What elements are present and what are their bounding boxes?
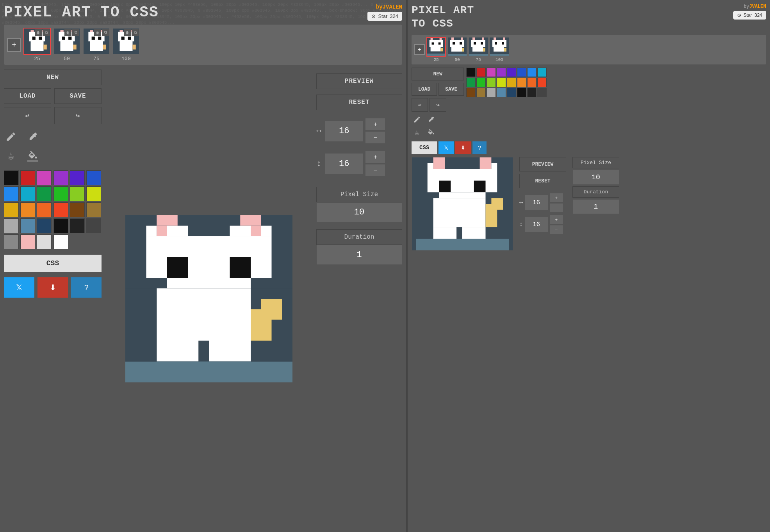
right-css-tab[interactable]: CSS — [412, 141, 437, 154]
right-reset-button[interactable]: RESET — [519, 174, 566, 188]
right-color-black[interactable] — [466, 68, 476, 77]
color-gray[interactable] — [4, 218, 19, 233]
right-twitter-button[interactable]: 𝕏 — [438, 141, 454, 154]
right-color-gray[interactable] — [487, 88, 496, 97]
right-pencil-tool[interactable] — [412, 114, 422, 125]
frame-2[interactable]: 🗑 ⧉ 50 — [53, 28, 80, 62]
right-save-button[interactable]: SAVE — [438, 83, 464, 96]
right-eraser-tool[interactable]: ☕ — [412, 127, 422, 138]
color-navy[interactable] — [37, 218, 52, 233]
frame-4-delete-button[interactable]: 🗑 — [124, 29, 131, 36]
right-frame-1[interactable]: 25 — [426, 37, 446, 62]
frame-3-delete-button[interactable]: 🗑 — [94, 29, 101, 36]
frame-2-delete-button[interactable]: 🗑 — [64, 29, 71, 36]
download-button[interactable]: ⬇ — [37, 277, 68, 298]
color-dark-orange[interactable] — [37, 202, 52, 217]
right-color-dark-blue[interactable] — [517, 68, 526, 77]
right-color-orange-red[interactable] — [537, 78, 547, 87]
frame-3[interactable]: 🗑 ⧉ 75 — [83, 28, 110, 62]
right-color-tan[interactable] — [476, 88, 486, 97]
color-indigo[interactable] — [70, 170, 85, 185]
right-color-dark-orange[interactable] — [527, 78, 537, 87]
frame-copy-button[interactable]: ⧉ — [43, 29, 50, 36]
height-decrease-button[interactable]: − — [365, 164, 385, 177]
right-color-lime[interactable] — [487, 78, 496, 87]
right-add-frame-button[interactable]: + — [414, 44, 425, 55]
frame-delete-button[interactable]: 🗑 — [35, 29, 42, 36]
frame-4[interactable]: 🗑 ⧉ 100 — [112, 28, 140, 62]
color-pink[interactable] — [37, 170, 52, 185]
color-lime[interactable] — [70, 186, 85, 201]
right-color-green[interactable] — [476, 78, 486, 87]
right-color-yellow-green[interactable] — [497, 78, 506, 87]
right-color-black2[interactable] — [517, 88, 526, 97]
right-color-gold[interactable] — [507, 78, 516, 87]
right-width-decrease-button[interactable]: − — [549, 203, 563, 212]
frame-3-copy-button[interactable]: ⧉ — [102, 29, 109, 36]
color-mid-gray[interactable] — [4, 234, 19, 249]
color-red[interactable] — [20, 170, 35, 185]
eraser-tool[interactable]: ☕ — [4, 149, 18, 163]
right-color-brown[interactable] — [466, 88, 476, 97]
color-light-gray[interactable] — [37, 234, 52, 249]
help-button[interactable]: ? — [71, 277, 102, 298]
redo-button[interactable]: ↪ — [54, 107, 102, 124]
right-load-button[interactable]: LOAD — [412, 83, 437, 96]
right-color-red[interactable] — [476, 68, 486, 77]
right-color-steel-blue[interactable] — [497, 88, 506, 97]
right-frame-3[interactable]: 75 — [469, 37, 488, 62]
color-dark-gray[interactable] — [86, 218, 101, 233]
color-yellow-green[interactable] — [86, 186, 101, 201]
new-button[interactable]: NEW — [4, 70, 102, 85]
right-color-dark-green[interactable] — [466, 78, 476, 87]
css-button[interactable]: CSS — [4, 255, 102, 272]
pixel-canvas[interactable] — [125, 215, 293, 383]
right-help-button[interactable]: ? — [472, 141, 487, 154]
color-light-pink[interactable] — [20, 234, 35, 249]
color-black2[interactable] — [53, 218, 68, 233]
right-height-decrease-button[interactable]: − — [549, 225, 563, 234]
color-brown[interactable] — [70, 202, 85, 217]
right-redo-button[interactable]: ↪ — [430, 98, 446, 112]
star-button[interactable]: ⊙ Star 324 — [367, 12, 402, 21]
right-star-button[interactable]: ⊙ Star 324 — [733, 11, 766, 20]
preview-button[interactable]: PREVIEW — [316, 73, 402, 89]
color-purple[interactable] — [53, 170, 68, 185]
color-blue[interactable] — [4, 186, 19, 201]
frame-1[interactable]: 🗑 ⧉ — [23, 28, 51, 62]
right-eyedropper-tool[interactable] — [426, 114, 437, 125]
right-height-increase-button[interactable]: + — [549, 215, 563, 224]
right-color-purple[interactable] — [497, 68, 506, 77]
height-increase-button[interactable]: + — [365, 151, 385, 163]
right-new-button[interactable]: NEW — [412, 68, 464, 80]
pencil-tool[interactable] — [4, 130, 18, 144]
right-width-increase-button[interactable]: + — [549, 193, 563, 202]
add-frame-button[interactable]: + — [7, 38, 21, 52]
color-steel-blue[interactable] — [20, 218, 35, 233]
color-orange-red[interactable] — [53, 202, 68, 217]
color-dark-blue[interactable] — [86, 170, 101, 185]
reset-button[interactable]: RESET — [316, 95, 402, 110]
right-fill-tool[interactable] — [426, 127, 437, 138]
right-color-cyan[interactable] — [537, 68, 547, 77]
right-color-orange[interactable] — [517, 78, 526, 87]
frame-4-copy-button[interactable]: ⧉ — [132, 29, 139, 36]
color-white[interactable] — [53, 234, 68, 249]
color-dark-green[interactable] — [37, 186, 52, 201]
right-frame-2[interactable]: 50 — [447, 37, 467, 62]
frame-2-copy-button[interactable]: ⧉ — [72, 29, 79, 36]
width-decrease-button[interactable]: − — [365, 131, 385, 144]
color-orange[interactable] — [20, 202, 35, 217]
twitter-button[interactable]: 𝕏 — [4, 277, 34, 298]
color-dark[interactable] — [70, 218, 85, 233]
right-preview-button[interactable]: PREVIEW — [519, 157, 566, 171]
right-color-dark-gray[interactable] — [537, 88, 547, 97]
right-undo-button[interactable]: ↩ — [412, 98, 428, 112]
color-cyan[interactable] — [20, 186, 35, 201]
load-button[interactable]: LOAD — [4, 88, 51, 104]
undo-button[interactable]: ↩ — [4, 107, 51, 124]
right-color-dark[interactable] — [527, 88, 537, 97]
right-download-button[interactable]: ⬇ — [455, 141, 471, 154]
right-color-navy[interactable] — [507, 88, 516, 97]
right-color-blue[interactable] — [527, 68, 537, 77]
